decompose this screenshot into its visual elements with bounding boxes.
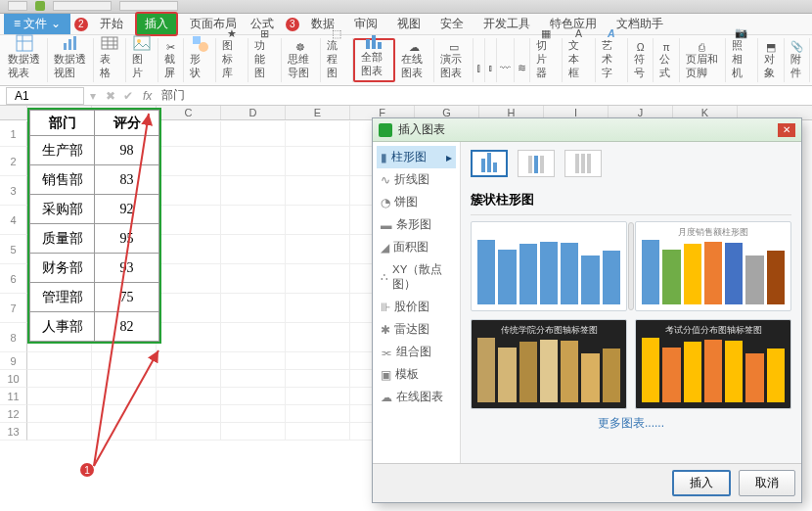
- step-badge-2: 2: [74, 18, 88, 31]
- rg-mindmap[interactable]: ☸思维导图: [282, 38, 321, 82]
- ribbon: 数据透视表 数据透视图 表格 图片 ✂截屏 形状 ★图标库 ⊞功能图 ☸思维导图…: [0, 35, 812, 86]
- rg-picture[interactable]: 图片: [126, 38, 158, 82]
- svg-rect-11: [378, 42, 382, 49]
- rg-slicer[interactable]: ▦切片器: [530, 38, 563, 82]
- insert-chart-dialog: 插入图表 ✕ ▮柱形图▸ ∿折线图 ◔饼图 ▬条形图 ◢面积图 ∴XY（散点图）…: [372, 117, 802, 503]
- rg-addin[interactable]: ⊞功能图: [248, 38, 281, 82]
- more-charts-link[interactable]: 更多图表......: [471, 409, 791, 438]
- side-bar[interactable]: ▬条形图: [377, 213, 456, 236]
- tab-view[interactable]: 视图: [389, 14, 429, 34]
- side-line[interactable]: ∿折线图: [377, 168, 456, 191]
- dialog-main: 簇状柱形图 月度销售额柱形图 传统学院分布图轴标签图 考试分值分布图轴标签图: [461, 142, 801, 463]
- rg-all-charts[interactable]: 全部图表: [353, 38, 395, 82]
- table-row: 管理部75: [30, 283, 159, 312]
- side-combo[interactable]: ⫘组合图: [377, 341, 456, 363]
- th-dept: 部门: [30, 111, 95, 136]
- style-swatches: [471, 150, 791, 177]
- rg-object[interactable]: ⬒对象: [758, 38, 785, 82]
- preview-1[interactable]: [471, 221, 627, 311]
- side-radar[interactable]: ✱雷达图: [377, 318, 456, 341]
- rg-online-chart[interactable]: ☁在线图表: [395, 38, 434, 82]
- style-stacked[interactable]: [518, 150, 555, 177]
- name-box[interactable]: [6, 87, 84, 105]
- rg-textbox[interactable]: A文本框: [563, 38, 595, 82]
- style-clustered[interactable]: [471, 150, 508, 177]
- insert-button[interactable]: 插入: [672, 470, 731, 496]
- side-xy[interactable]: ∴XY（散点图）: [377, 258, 456, 296]
- table-row: 质量部95: [30, 224, 159, 254]
- chart-type-list: ▮柱形图▸ ∿折线图 ◔饼图 ▬条形图 ◢面积图 ∴XY（散点图） ⊪股价图 ✱…: [373, 142, 461, 463]
- preview-grid: 月度销售额柱形图 传统学院分布图轴标签图 考试分值分布图轴标签图: [471, 221, 791, 409]
- side-online[interactable]: ☁在线图表: [377, 386, 456, 408]
- preview-2[interactable]: 月度销售额柱形图: [635, 221, 791, 311]
- side-template[interactable]: ▣模板: [377, 363, 456, 386]
- wps-icon: [379, 123, 392, 137]
- dropdown-icon[interactable]: ▾: [84, 89, 102, 103]
- title-strip: [0, 0, 812, 14]
- svg-rect-4: [102, 37, 117, 49]
- svg-rect-3: [73, 36, 76, 50]
- tab-dev[interactable]: 开发工具: [475, 14, 538, 34]
- svg-rect-5: [134, 36, 150, 50]
- side-pie[interactable]: ◔饼图: [377, 191, 456, 213]
- style-100stacked[interactable]: [564, 150, 602, 177]
- formula-value[interactable]: 部门: [158, 87, 185, 104]
- svg-rect-9: [366, 39, 370, 49]
- tab-apps[interactable]: 特色应用: [542, 14, 605, 34]
- dialog-title: 插入图表: [398, 121, 445, 138]
- preview-4[interactable]: 考试分值分布图轴标签图: [635, 319, 791, 409]
- step-badge-3: 3: [286, 18, 299, 31]
- rg-flowchart[interactable]: ⬚流程图: [321, 38, 353, 82]
- rg-shape[interactable]: 形状: [184, 38, 216, 82]
- svg-rect-10: [372, 35, 376, 49]
- cancel-button[interactable]: 取消: [739, 470, 795, 496]
- file-tab[interactable]: ≡ 文件 ⌄: [4, 14, 70, 34]
- cancel-icon[interactable]: ✖: [102, 89, 119, 103]
- tab-security[interactable]: 安全: [432, 14, 472, 34]
- rg-formula[interactable]: π公式: [654, 38, 680, 82]
- ribbon-tabs: ≡ 文件 ⌄ 2 开始 插入 页面布局 公式 3 数据 审阅 视图 安全 开发工…: [0, 14, 812, 35]
- rg-table[interactable]: 表格: [94, 38, 126, 82]
- dialog-titlebar[interactable]: 插入图表 ✕: [373, 118, 801, 142]
- fx-icon[interactable]: fx: [137, 89, 158, 103]
- rg-screenshot[interactable]: ✂截屏: [158, 38, 185, 82]
- side-column[interactable]: ▮柱形图▸: [377, 146, 456, 168]
- close-icon[interactable]: ✕: [778, 123, 795, 137]
- step-badge-1: 1: [80, 463, 94, 477]
- rg-pivot-chart[interactable]: 数据透视图: [48, 38, 94, 82]
- table-row: 财务部93: [30, 254, 159, 283]
- formula-bar: ▾ ✖ ✔ fx 部门: [0, 86, 812, 106]
- rg-mini3[interactable]: 〰: [497, 38, 515, 82]
- table-row: 采购部92: [30, 195, 159, 224]
- section-title: 簇状柱形图: [471, 191, 791, 209]
- rg-headerfooter[interactable]: ⎙页眉和页脚: [680, 38, 726, 82]
- rg-pivot-table[interactable]: 数据透视表: [2, 38, 48, 82]
- table-row: 生产部98: [30, 136, 159, 165]
- svg-rect-7: [193, 36, 201, 44]
- side-stock[interactable]: ⊪股价图: [377, 296, 456, 318]
- svg-rect-2: [68, 39, 71, 50]
- rg-mini2[interactable]: ⫾: [485, 38, 497, 82]
- table-row: 销售部83: [30, 165, 159, 195]
- th-score: 评分: [95, 111, 159, 136]
- svg-rect-0: [17, 35, 32, 51]
- dialog-footer: 插入 取消: [373, 463, 801, 502]
- tab-assistant[interactable]: 文档助手: [609, 14, 671, 34]
- rg-symbol[interactable]: Ω符号: [628, 38, 654, 82]
- rg-attachment[interactable]: 📎附件: [785, 38, 811, 82]
- rg-mini1[interactable]: ⫿: [474, 38, 485, 82]
- rg-camera[interactable]: 📷照相机: [726, 38, 758, 82]
- data-table[interactable]: 部门评分 生产部98 销售部83 采购部92 质量部95 财务部93 管理部75…: [27, 108, 161, 344]
- svg-rect-1: [64, 43, 67, 50]
- svg-point-8: [199, 42, 208, 52]
- rg-wordart[interactable]: A艺术字: [596, 38, 628, 82]
- rg-mini4[interactable]: ≋: [515, 38, 530, 82]
- preview-3[interactable]: 传统学院分布图轴标签图: [471, 319, 627, 409]
- rg-present-chart[interactable]: ▭演示图表: [434, 38, 474, 82]
- rg-iconlib[interactable]: ★图标库: [216, 38, 248, 82]
- side-area[interactable]: ◢面积图: [377, 236, 456, 258]
- tab-home[interactable]: 开始: [92, 14, 131, 34]
- confirm-icon[interactable]: ✔: [119, 89, 137, 103]
- table-row: 人事部82: [30, 312, 159, 342]
